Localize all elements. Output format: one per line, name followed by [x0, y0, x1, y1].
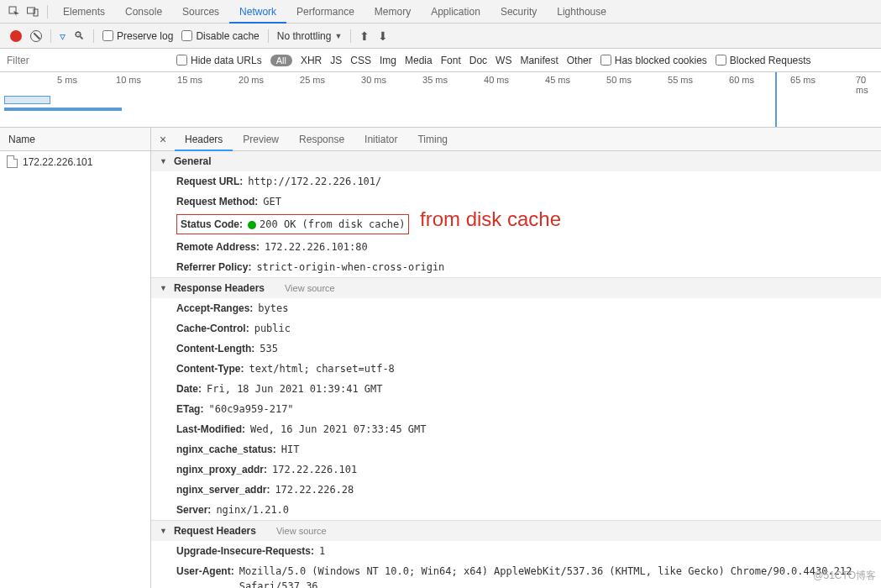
filter-doc[interactable]: Doc: [469, 55, 487, 66]
header-row: Date:Fri, 18 Jun 2021 01:39:41 GMT: [151, 379, 881, 399]
header-key: nginx_server_addr:: [176, 482, 270, 497]
hide-data-urls-label: Hide data URLs: [191, 55, 262, 66]
header-key: ETag:: [176, 402, 203, 417]
dtab-initiator[interactable]: Initiator: [354, 128, 407, 151]
request-list: Name 172.22.226.101: [0, 128, 151, 588]
view-source-link[interactable]: View source: [276, 526, 327, 536]
blocked-cookies-label: Has blocked cookies: [615, 55, 707, 66]
header-row: Cache-Control:public: [151, 318, 881, 339]
request-name: 172.22.226.101: [23, 156, 92, 168]
response-headers-header[interactable]: ▼ Response Headers View source: [151, 278, 881, 298]
tab-lighthouse[interactable]: Lighthouse: [547, 0, 616, 24]
header-row: ETag:"60c9a959-217": [151, 399, 881, 419]
timeline-tick: 15 ms: [177, 75, 202, 85]
upload-har-icon[interactable]: ⬆: [359, 29, 370, 43]
header-value: nginx/1.21.0: [216, 502, 289, 517]
section-title: General: [174, 155, 212, 167]
status-dot-icon: [248, 221, 256, 229]
filter-media[interactable]: Media: [405, 55, 433, 66]
tab-sources[interactable]: Sources: [172, 0, 229, 24]
timeline-tick: 60 ms: [729, 75, 754, 85]
preserve-log-checkbox[interactable]: Preserve log: [102, 30, 173, 42]
header-row: User-Agent:Mozilla/5.0 (Windows NT 10.0;…: [151, 561, 881, 588]
header-key: Request Method:: [176, 194, 258, 209]
general-header[interactable]: ▼ General: [151, 151, 881, 171]
filter-xhr[interactable]: XHR: [301, 55, 322, 66]
filter-input[interactable]: [0, 51, 168, 70]
tab-security[interactable]: Security: [490, 0, 547, 24]
timeline-tick: 10 ms: [116, 75, 141, 85]
header-key: Remote Address:: [176, 239, 260, 255]
record-button[interactable]: [10, 30, 22, 42]
header-value: 535: [260, 341, 278, 356]
header-key: Accept-Ranges:: [176, 301, 253, 316]
dtab-headers[interactable]: Headers: [175, 128, 233, 151]
request-detail: × Headers Preview Response Initiator Tim…: [151, 128, 881, 588]
header-row: nginx_server_addr:172.22.226.28: [151, 480, 881, 500]
header-row: Request URL:http://172.22.226.101/: [151, 171, 881, 192]
chevron-down-icon: ▼: [334, 32, 342, 40]
header-key: Status Code:: [181, 218, 243, 230]
triangle-down-icon: ▼: [160, 284, 167, 292]
tab-elements[interactable]: Elements: [53, 0, 115, 24]
filter-other[interactable]: Other: [567, 55, 592, 66]
header-value: 172.22.226.28: [275, 482, 354, 497]
tab-application[interactable]: Application: [421, 0, 490, 24]
blocked-requests-checkbox[interactable]: Blocked Requests: [716, 55, 811, 66]
filter-ws[interactable]: WS: [496, 55, 511, 66]
close-icon[interactable]: ×: [151, 133, 175, 146]
separator: [93, 29, 94, 43]
filter-manifest[interactable]: Manifest: [520, 55, 558, 66]
header-value: 172.22.226.101: [272, 462, 357, 477]
timeline[interactable]: 5 ms10 ms15 ms20 ms25 ms30 ms35 ms40 ms4…: [0, 72, 881, 128]
filter-font[interactable]: Font: [441, 55, 461, 66]
timeline-tick: 50 ms: [606, 75, 632, 85]
filter-img[interactable]: Img: [380, 55, 396, 66]
tab-performance[interactable]: Performance: [286, 0, 364, 24]
header-key: Last-Modified:: [176, 422, 245, 437]
header-row: Accept-Ranges:bytes: [151, 298, 881, 318]
filter-icon[interactable]: ▿: [60, 29, 66, 43]
tab-memory[interactable]: Memory: [364, 0, 421, 24]
header-row: Referrer Policy:strict-origin-when-cross…: [151, 257, 881, 277]
dtab-response[interactable]: Response: [289, 128, 354, 151]
view-source-link[interactable]: View source: [285, 283, 335, 293]
download-har-icon[interactable]: ⬇: [378, 29, 388, 43]
throttling-select[interactable]: No throttling ▼: [277, 30, 343, 42]
triangle-down-icon: ▼: [160, 527, 167, 535]
name-column-header[interactable]: Name: [0, 128, 150, 151]
dtab-preview[interactable]: Preview: [233, 128, 289, 151]
request-item[interactable]: 172.22.226.101: [0, 151, 150, 172]
inspect-icon[interactable]: [5, 3, 24, 21]
device-toolbar-icon[interactable]: [24, 3, 42, 21]
request-headers-header[interactable]: ▼ Request Headers View source: [151, 521, 881, 541]
filter-all[interactable]: All: [270, 55, 292, 66]
hide-data-urls-checkbox[interactable]: Hide data URLs: [176, 55, 262, 66]
detail-tabs: × Headers Preview Response Initiator Tim…: [151, 128, 881, 151]
clear-button[interactable]: [30, 30, 42, 42]
header-value: public: [254, 321, 291, 336]
filter-js[interactable]: JS: [330, 55, 342, 66]
header-value: 172.22.226.101:80: [265, 239, 368, 255]
timeline-tick: 20 ms: [239, 75, 264, 85]
tab-network[interactable]: Network: [229, 0, 286, 24]
search-icon[interactable]: 🔍︎: [74, 29, 85, 42]
header-row: Content-Type:text/html; charset=utf-8: [151, 359, 881, 379]
watermark: @51CTO博客: [813, 569, 876, 583]
header-row: nginx_proxy_addr:172.22.226.101: [151, 459, 881, 480]
disable-cache-checkbox[interactable]: Disable cache: [181, 30, 259, 42]
header-key: Date:: [176, 381, 202, 396]
highlighted-row: Status Code:200 OK (from disk cache): [176, 214, 409, 234]
header-value: bytes: [258, 301, 288, 316]
devtools-main-tabs: Elements Console Sources Network Perform…: [0, 0, 881, 24]
disable-cache-label: Disable cache: [196, 30, 259, 42]
tab-console[interactable]: Console: [115, 0, 172, 24]
blocked-cookies-checkbox[interactable]: Has blocked cookies: [600, 55, 707, 66]
annotation-text: from disk cache: [420, 207, 561, 231]
separator: [268, 29, 269, 43]
timeline-tick: 25 ms: [300, 75, 325, 85]
header-key: Server:: [176, 502, 211, 517]
filter-css[interactable]: CSS: [350, 55, 371, 66]
dtab-timing[interactable]: Timing: [407, 128, 458, 151]
section-title: Request Headers: [174, 525, 256, 537]
